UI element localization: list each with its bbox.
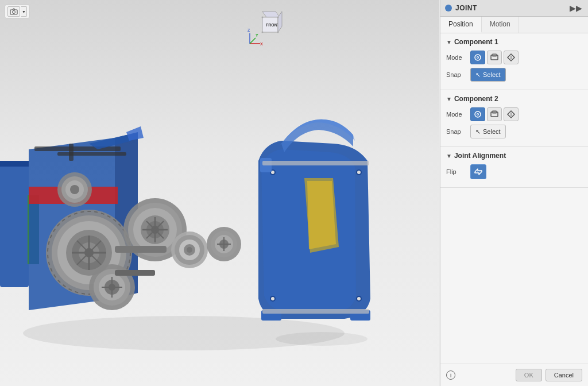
component1-snap-row: Snap ↖ Select: [446, 68, 582, 82]
component1-mode-row: Mode: [446, 51, 582, 64]
camera-toolbar-btn[interactable]: [7, 6, 20, 17]
svg-text:Z: Z: [247, 28, 250, 32]
ok-button[interactable]: OK: [516, 369, 542, 381]
panel-header: JOINT ▶▶: [440, 0, 588, 17]
joint-alignment-title: Joint Alignment: [454, 152, 506, 160]
svg-point-91: [475, 111, 481, 117]
component2-title: Component 2: [454, 95, 498, 103]
viewport-toolbar: ▼: [5, 5, 30, 18]
component1-header: ▼ Component 1: [446, 38, 582, 46]
component2-mode-controls: [470, 107, 519, 121]
joint-panel: JOINT ▶▶ Position Motion ▼ Component 1 M…: [440, 0, 588, 386]
svg-text:Y: Y: [256, 33, 258, 37]
component1-select-label: Select: [483, 71, 501, 78]
panel-expand-btn[interactable]: ▶▶: [568, 3, 583, 13]
panel-tabs: Position Motion: [440, 17, 588, 33]
footer-buttons: OK Cancel: [516, 369, 582, 381]
flip-label: Flip: [446, 168, 468, 175]
component1-mode-btn-2[interactable]: [487, 51, 502, 64]
svg-point-92: [477, 113, 479, 115]
svg-marker-12: [278, 11, 282, 32]
svg-rect-84: [262, 309, 369, 314]
svg-point-87: [477, 57, 478, 58]
svg-rect-56: [115, 246, 167, 253]
component2-section: ▼ Component 2 Mode: [440, 90, 588, 147]
svg-rect-71: [57, 152, 126, 156]
component1-mode-label: Mode: [446, 54, 468, 61]
joint-alignment-section: ▼ Joint Alignment Flip: [440, 147, 588, 188]
panel-content: ▼ Component 1 Mode: [440, 33, 588, 188]
tab-position[interactable]: Position: [440, 17, 482, 33]
svg-point-77: [357, 171, 361, 174]
joint-alignment-header: ▼ Joint Alignment: [446, 152, 582, 160]
svg-rect-20: [0, 161, 29, 167]
svg-point-85: [475, 55, 481, 60]
svg-point-1: [13, 11, 16, 14]
svg-line-4: [250, 38, 256, 44]
svg-rect-57: [115, 270, 155, 276]
info-icon[interactable]: i: [446, 370, 455, 380]
svg-point-14: [277, 17, 279, 18]
svg-point-73: [271, 171, 274, 174]
3d-viewport[interactable]: ▼ X Z Y FRONT: [0, 0, 439, 386]
component2-mode-btn-3[interactable]: [504, 107, 519, 121]
component1-select-btn[interactable]: ↖ Select: [470, 68, 506, 82]
svg-point-16: [277, 32, 279, 33]
info-label: i: [450, 372, 451, 379]
component2-cursor-icon: ↖: [475, 128, 481, 136]
svg-rect-19: [0, 161, 29, 287]
svg-text:X: X: [260, 42, 263, 46]
svg-rect-95: [492, 111, 497, 113]
panel-title: JOINT: [455, 4, 477, 12]
svg-rect-94: [491, 112, 498, 117]
component1-title: Component 1: [454, 38, 498, 46]
panel-joint-icon: [445, 5, 452, 11]
component2-snap-row: Snap ↖ Select: [446, 125, 582, 138]
svg-rect-69: [34, 146, 121, 151]
view-cube[interactable]: X Z Y FRONT: [244, 5, 284, 48]
component2-snap-label: Snap: [446, 128, 468, 135]
svg-point-55: [70, 185, 79, 194]
component2-select-btn[interactable]: ↖ Select: [470, 125, 506, 138]
joint-alignment-arrow[interactable]: ▼: [446, 153, 452, 159]
component2-arrow[interactable]: ▼: [446, 96, 452, 102]
svg-rect-83: [262, 161, 369, 165]
component1-snap-label: Snap: [446, 71, 468, 78]
component2-mode-btn-2[interactable]: [487, 107, 502, 121]
component2-select-label: Select: [483, 128, 501, 135]
cancel-button[interactable]: Cancel: [546, 369, 582, 381]
svg-point-79: [357, 297, 361, 300]
flip-btn[interactable]: [470, 164, 486, 179]
svg-point-13: [262, 17, 264, 18]
3d-model: [0, 46, 436, 373]
tab-motion[interactable]: Motion: [482, 17, 519, 33]
component1-mode-btn-3[interactable]: [504, 51, 519, 64]
component1-section: ▼ Component 1 Mode: [440, 33, 588, 90]
component1-cursor-icon: ↖: [475, 71, 481, 79]
svg-rect-88: [491, 55, 498, 60]
svg-point-93: [477, 114, 478, 115]
svg-point-18: [276, 332, 368, 346]
flip-row: Flip: [446, 164, 582, 179]
component2-mode-row: Mode: [446, 107, 582, 121]
svg-point-86: [477, 56, 479, 59]
component1-mode-btn-1[interactable]: [470, 51, 485, 64]
camera-dropdown-btn[interactable]: ▼: [21, 6, 27, 17]
component2-header: ▼ Component 2: [446, 95, 582, 103]
svg-point-75: [271, 297, 274, 300]
svg-point-62: [187, 247, 192, 253]
panel-footer: i OK Cancel: [440, 364, 588, 386]
component2-mode-btn-1[interactable]: [470, 107, 485, 121]
component1-arrow[interactable]: ▼: [446, 39, 452, 45]
component2-mode-label: Mode: [446, 111, 468, 118]
component1-mode-controls: [470, 51, 519, 64]
svg-rect-89: [492, 54, 497, 56]
svg-point-15: [262, 32, 264, 33]
svg-marker-8: [262, 11, 280, 17]
